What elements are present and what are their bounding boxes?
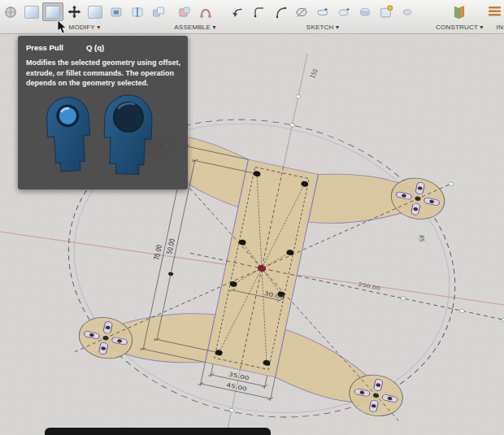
inspect-dropdown[interactable]: INSPECT ▾ xyxy=(497,24,504,31)
press-pull-tooltip: Press Pull Q (q) Modifies the selected g… xyxy=(18,36,188,189)
arc-icon[interactable] xyxy=(270,2,291,21)
tooltip-shortcut: Q (q) xyxy=(86,43,104,52)
toolbar-group-assemble: ASSEMBLE ▾ xyxy=(174,0,216,31)
revolve-icon[interactable] xyxy=(397,2,418,21)
tooltip-title: Press Pull xyxy=(26,43,63,52)
split-body-icon[interactable] xyxy=(127,2,148,21)
new-component-icon[interactable] xyxy=(174,2,195,21)
press-pull-icon[interactable] xyxy=(42,2,63,21)
create-sketch-icon[interactable] xyxy=(376,2,397,21)
oval-icon[interactable] xyxy=(333,2,354,21)
offset-face-icon-glyph xyxy=(88,6,102,19)
assemble-dropdown[interactable]: ASSEMBLE ▾ xyxy=(174,24,215,31)
modify-dropdown[interactable]: MODIFY ▾ xyxy=(69,24,101,31)
orbit-icon[interactable] xyxy=(0,2,21,21)
undo-arrow-icon[interactable] xyxy=(228,2,249,21)
fillet-icon[interactable] xyxy=(249,2,270,21)
slot-icon[interactable] xyxy=(312,2,333,21)
toolbar-group-construct: CONSTRUCT ▾ xyxy=(436,0,484,31)
construct-dropdown[interactable]: CONSTRUCT ▾ xyxy=(436,24,484,31)
shell-icon[interactable] xyxy=(106,2,127,21)
mouse-cursor xyxy=(57,20,68,38)
press-pull-before-part xyxy=(46,96,92,172)
extrude-icon[interactable] xyxy=(21,2,42,21)
press-pull-icon-glyph xyxy=(46,6,60,19)
construct-plane-icon[interactable] xyxy=(449,2,470,21)
offset-face-icon[interactable] xyxy=(85,2,106,21)
bottom-taskbar[interactable] xyxy=(45,428,271,435)
cylinder-icon[interactable] xyxy=(354,2,376,21)
toolbar-group-sketch: SKETCH ▾ xyxy=(228,0,418,31)
press-pull-after-part xyxy=(103,94,153,175)
toolbar: MODIFY ▾ ASSEMBLE ▾ xyxy=(0,0,504,34)
tooltip-preview xyxy=(26,92,180,183)
move-icon[interactable] xyxy=(63,2,85,21)
tooltip-description: Modifies the selected geometry using off… xyxy=(26,58,182,89)
menu-icon[interactable] xyxy=(489,6,502,20)
combine-icon[interactable] xyxy=(148,2,169,21)
joint-icon[interactable] xyxy=(195,2,216,21)
sketch-dropdown[interactable]: SKETCH ▾ xyxy=(306,24,339,31)
extrude-icon-glyph xyxy=(24,6,39,19)
dim-radius: R5 xyxy=(418,235,426,242)
ellipse-icon[interactable] xyxy=(291,2,312,21)
toolbar-group-modify: MODIFY ▾ xyxy=(0,0,169,31)
